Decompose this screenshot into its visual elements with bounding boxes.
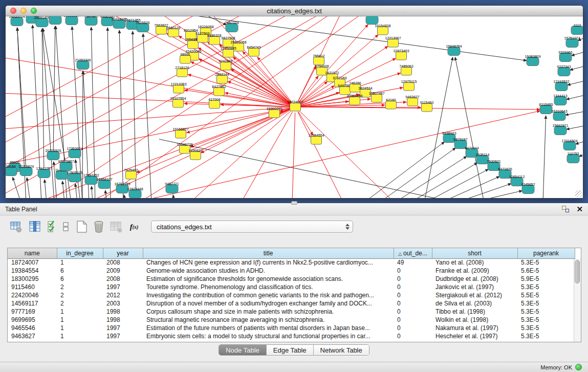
graph-node[interactable] (522, 185, 534, 194)
graph-node[interactable] (566, 39, 578, 48)
graph-node[interactable] (190, 151, 201, 160)
column-visibility-icon[interactable] (28, 220, 41, 233)
graph-edge[interactable] (191, 62, 290, 105)
table-cell[interactable]: Estimation of significance thresholds fo… (143, 275, 394, 283)
graph-edge[interactable] (143, 34, 151, 198)
table-cell[interactable]: 0 (394, 267, 432, 275)
table-row[interactable]: 911546021997Tourette syndrome. Phenomeno… (8, 283, 575, 291)
graph-node[interactable] (113, 20, 125, 29)
graph-node[interactable] (563, 142, 576, 150)
graph-edge[interactable] (471, 191, 522, 198)
table-cell[interactable]: 5.3E-5 (517, 308, 575, 316)
graph-node[interactable] (98, 180, 111, 189)
graph-node[interactable] (217, 75, 228, 83)
delete-column-icon[interactable] (92, 220, 105, 233)
window-resize-grip[interactable] (575, 190, 582, 197)
graph-node[interactable] (567, 155, 579, 163)
table-cell[interactable]: 0 (394, 283, 432, 291)
graph-node[interactable] (137, 24, 149, 32)
graph-edge[interactable] (198, 48, 290, 104)
graph-node[interactable] (209, 36, 220, 45)
graph-node[interactable] (366, 16, 378, 25)
table-cell[interactable]: 1997 (103, 332, 143, 340)
table-cell[interactable]: Structural magnetic resonance image aver… (143, 316, 394, 324)
graph-edge[interactable] (565, 111, 583, 115)
graph-node[interactable] (422, 103, 432, 112)
table-cell[interactable]: 5.9E-5 (517, 275, 575, 283)
graph-edge[interactable] (54, 162, 57, 198)
table-cell[interactable]: 6 (57, 267, 103, 275)
minimize-window-button[interactable] (20, 8, 27, 14)
graph-edge[interactable] (243, 52, 291, 103)
table-cell[interactable]: 0 (394, 275, 432, 283)
graph-edge[interactable] (107, 28, 111, 198)
graph-edge[interactable] (75, 184, 77, 198)
table-cell[interactable]: 0 (394, 308, 432, 316)
table-cell[interactable]: Genome-wide association studies in ADHD. (143, 267, 394, 275)
column-header-short[interactable]: short (432, 248, 517, 258)
graph-node[interactable] (49, 16, 61, 25)
graph-node[interactable] (226, 24, 238, 32)
graph-edge[interactable] (567, 125, 583, 129)
table-cell[interactable]: 1 (57, 258, 103, 267)
table-cell[interactable]: 18300295 (8, 275, 57, 283)
column-header-name[interactable]: name (8, 248, 57, 258)
graph-edge[interactable] (17, 28, 26, 166)
column-header-in_degree[interactable]: in_degree (57, 248, 103, 258)
table-cell[interactable]: 2012 (103, 291, 143, 299)
graph-node[interactable] (173, 99, 184, 107)
table-cell[interactable]: 9465546 (8, 324, 57, 332)
row-height-icon[interactable] (62, 220, 70, 233)
table-cell[interactable]: 2 (57, 299, 103, 308)
table-cell[interactable]: 1 (57, 316, 103, 324)
graph-node[interactable] (559, 53, 572, 62)
table-selector-dropdown[interactable]: citations_edges.txt (151, 221, 353, 233)
graph-node[interactable] (198, 34, 208, 42)
table-cell[interactable]: 2 (57, 283, 103, 291)
table-cell[interactable]: 2009 (103, 267, 143, 275)
graph-node[interactable] (85, 17, 97, 26)
graph-node[interactable] (180, 55, 191, 63)
table-cell[interactable]: Embryonic stem cells: a model to study s… (143, 332, 394, 340)
table-cell[interactable]: 2003 (103, 299, 143, 308)
graph-node[interactable] (176, 130, 186, 138)
column-header-pagerank[interactable]: pagerank (517, 248, 575, 258)
graph-node[interactable] (166, 185, 178, 193)
table-cell[interactable]: Wolkin et al. (1998) (432, 316, 517, 324)
table-cell[interactable]: 2008 (103, 275, 143, 283)
table-cell[interactable]: 5.3E-5 (517, 258, 575, 267)
table-cell[interactable]: 9777169 (8, 308, 57, 316)
table-cell[interactable]: 1 (57, 324, 103, 332)
table-row[interactable]: 1938455462009Genome-wide association stu… (8, 267, 575, 275)
graph-node[interactable] (249, 48, 259, 56)
graph-node[interactable] (221, 62, 231, 70)
graph-node[interactable] (69, 149, 81, 158)
graph-edge[interactable] (424, 57, 453, 198)
graph-edge[interactable] (6, 57, 290, 106)
table-cell[interactable]: Stergiakouli et al. (2012) (432, 291, 517, 299)
table-row[interactable]: 946554611997Estimation of the future num… (8, 324, 575, 332)
graph-node[interactable] (571, 26, 583, 35)
graph-node[interactable] (386, 101, 397, 109)
graph-node[interactable] (388, 39, 399, 47)
graph-edge[interactable] (82, 71, 83, 198)
graph-node[interactable] (47, 151, 59, 160)
table-cell[interactable]: 1997 (103, 324, 143, 332)
table-row[interactable]: 1872400712008Changes of HCN gene express… (8, 258, 575, 267)
graph-node[interactable] (38, 169, 50, 178)
graph-edge[interactable] (300, 81, 328, 103)
table-cell[interactable]: 9463627 (8, 332, 57, 340)
table-cell[interactable]: Disruption of a novel member of a sodium… (143, 299, 394, 308)
table-cell[interactable]: 0 (394, 299, 432, 308)
graph-edge[interactable] (173, 195, 175, 198)
table-cell[interactable]: 0 (394, 291, 432, 299)
graph-edge[interactable] (45, 180, 47, 198)
table-row[interactable]: 1830029562008Estimation of significance … (8, 275, 575, 283)
table-cell[interactable]: 1 (57, 332, 103, 340)
table-cell[interactable]: 5.5E-5 (517, 291, 575, 299)
graph-node[interactable] (554, 97, 567, 105)
graph-node[interactable] (555, 82, 568, 91)
table-cell[interactable]: de Silva et al. (2003) (432, 299, 517, 308)
graph-node[interactable] (188, 40, 199, 49)
table-cell[interactable]: 5.3E-5 (517, 332, 575, 340)
